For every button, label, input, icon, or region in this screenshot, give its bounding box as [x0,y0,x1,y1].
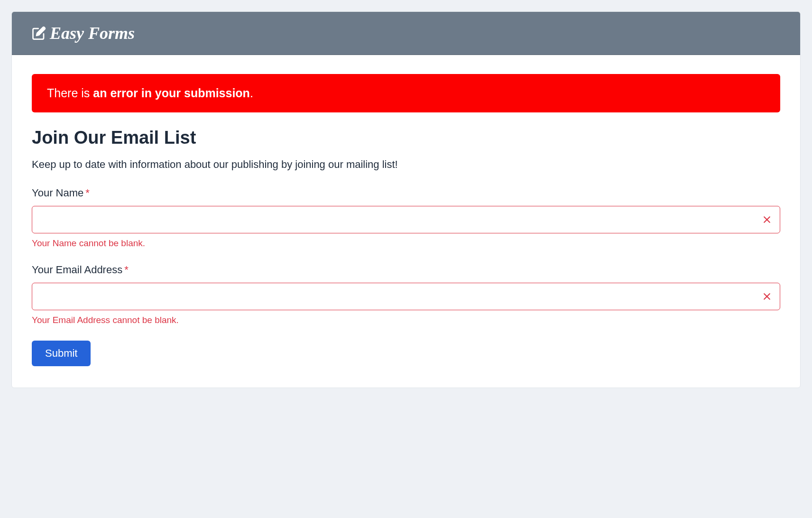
name-error-text: Your Name cannot be blank. [32,238,780,249]
brand: Easy Forms [32,23,780,43]
card-header: Easy Forms [12,12,800,55]
close-icon [762,215,772,224]
card-body: There is an error in your submission. Jo… [12,55,800,388]
email-field-group: Your Email Address* Your Email Address c… [32,264,780,325]
name-label: Your Name* [32,187,780,199]
close-icon [762,292,772,301]
brand-name: Easy Forms [50,23,135,43]
alert-prefix: There is [47,86,93,100]
name-label-text: Your Name [32,187,83,199]
email-input-wrapper [32,283,780,310]
email-error-text: Your Email Address cannot be blank. [32,315,780,325]
page-title: Join Our Email List [32,128,780,148]
submit-button[interactable]: Submit [32,341,91,366]
name-input-wrapper [32,206,780,233]
page-description: Keep up to date with information about o… [32,158,780,171]
error-alert: There is an error in your submission. [32,74,780,112]
email-label: Your Email Address* [32,264,780,276]
name-input[interactable] [32,206,780,233]
required-indicator: * [124,264,129,276]
email-input[interactable] [32,283,780,310]
name-field-group: Your Name* Your Name cannot be blank. [32,187,780,249]
alert-suffix: . [250,86,253,100]
required-indicator: * [85,187,90,199]
alert-bold: an error in your submission [93,86,250,100]
email-label-text: Your Email Address [32,264,122,276]
form-card: Easy Forms There is an error in your sub… [11,11,801,388]
edit-icon [32,26,46,40]
